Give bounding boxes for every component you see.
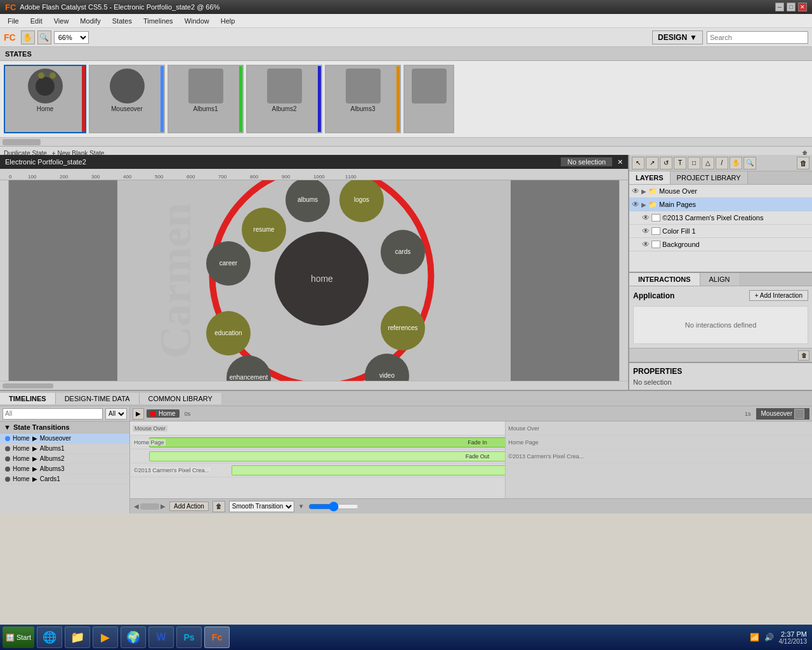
tab-common-library[interactable]: COMMON LIBRARY (140, 393, 221, 404)
eye-icon-mainpages[interactable]: 👁 (632, 200, 639, 209)
tl-arrow-home-cards1: ▶ (32, 475, 37, 482)
zoom-tool[interactable]: 🔍 (37, 30, 51, 44)
states-scrollbar[interactable] (0, 137, 812, 146)
canvas-scroll-horizontal[interactable] (0, 381, 628, 390)
layer-mainpages[interactable]: 👁 ▶ 📁 Main Pages (629, 198, 812, 211)
tl-row-home-albums1[interactable]: Home ▶ Albums1 (0, 444, 129, 454)
layer-colorfill[interactable]: 👁 Color Fill 1 (629, 225, 812, 238)
state-albums2[interactable]: Albums2 (246, 65, 322, 133)
tl-zoom-slider[interactable] (308, 501, 359, 512)
tl-action-trash[interactable]: 🗑 (213, 501, 225, 512)
menu-circle-cards[interactable]: cards (381, 230, 425, 274)
tab-timelines[interactable]: TIMELINES (0, 393, 56, 404)
menu-help[interactable]: Help (216, 16, 240, 26)
tl-time-0s: 0s (185, 411, 191, 417)
tl-row-home-albums3[interactable]: Home ▶ Albums3 (0, 464, 129, 474)
tl-row-home-cards1[interactable]: Home ▶ Cards1 (0, 474, 129, 484)
minimize-button[interactable]: ─ (775, 3, 784, 11)
search-input[interactable] (707, 31, 808, 44)
text-tool[interactable]: T (674, 157, 686, 169)
menu-modify[interactable]: Modify (75, 16, 105, 26)
tab-design-time-data[interactable]: DESIGN-TIME DATA (56, 393, 140, 404)
align-tab[interactable]: ALIGN (700, 273, 739, 286)
rect-tool[interactable]: □ (688, 157, 700, 169)
tl-row-home-mouseover[interactable]: Home ▶ Mouseover (0, 434, 129, 444)
state-home[interactable]: Home (4, 65, 86, 133)
menu-window[interactable]: Window (180, 16, 214, 26)
tl-transition-arrow: ▼ (298, 503, 304, 510)
maximize-button[interactable]: □ (787, 3, 796, 11)
menu-circle-career[interactable]: career (206, 241, 251, 286)
menu-file[interactable]: File (3, 16, 24, 26)
taskbar-explorer[interactable]: 📁 (65, 627, 90, 648)
tl-play-button[interactable]: ▶ (133, 408, 144, 420)
state-albums2-thumbnail (267, 69, 302, 103)
taskbar-ie[interactable]: 🌐 (37, 627, 62, 648)
hand-tool-right[interactable]: ✋ (730, 157, 742, 169)
canvas-close-icon[interactable]: ✕ (617, 158, 623, 166)
rotate-tool[interactable]: ↺ (660, 157, 672, 169)
tl-search-input[interactable] (3, 408, 103, 420)
select-tool[interactable]: ↖ (632, 157, 645, 169)
zoom-tool-right[interactable]: 🔍 (743, 157, 756, 169)
taskbar-word-icon: W (156, 632, 166, 643)
shape-tool[interactable]: △ (702, 157, 714, 169)
menu-circle-education[interactable]: education (206, 311, 251, 355)
state-albums1[interactable]: Albums1 (167, 65, 244, 133)
layer-background[interactable]: 👁 Background (629, 238, 812, 251)
tl-scroll-left[interactable]: ◀ (134, 503, 139, 510)
eye-icon-colorfill[interactable]: 👁 (642, 227, 650, 235)
menu-view[interactable]: View (49, 16, 74, 26)
arrow-mainpages[interactable]: ▶ (641, 201, 646, 208)
interactions-toolbar: 🗑 (629, 348, 812, 362)
taskbar-catalyst[interactable]: Fc (204, 627, 230, 648)
states-scroll-thumb[interactable] (3, 139, 41, 145)
add-interaction-button[interactable]: + Add Interaction (749, 290, 808, 301)
zoom-select[interactable]: 66% 50% 100% (54, 31, 89, 44)
layer-mouseover[interactable]: 👁 ▶ 📁 Mouse Over (629, 185, 812, 198)
menu-edit[interactable]: Edit (25, 16, 48, 26)
layer-copyright[interactable]: 👁 ©2013 Carmen's Pixel Creations (629, 211, 812, 225)
hand-tool[interactable]: ✋ (21, 30, 35, 44)
trash-button[interactable]: 🗑 (797, 157, 809, 169)
interactions-trash[interactable]: 🗑 (798, 350, 809, 361)
eye-icon-copyright[interactable]: 👁 (642, 213, 650, 222)
add-action-button[interactable]: Add Action (169, 501, 209, 511)
state-albums3[interactable]: Albums3 (325, 65, 401, 133)
line-tool[interactable]: / (716, 157, 728, 169)
tl-scroll-area[interactable]: ◀ ▶ (134, 503, 166, 510)
tl-to-home-albums2: Albums2 (40, 455, 65, 462)
menu-timelines[interactable]: Timelines (138, 16, 178, 26)
taskbar-chrome[interactable]: 🌍 (121, 627, 146, 648)
menu-circle-references[interactable]: references (381, 306, 425, 350)
menu-states[interactable]: States (107, 16, 137, 26)
pointer-tool[interactable]: ↗ (646, 157, 658, 169)
menu-circle-resume[interactable]: resume (242, 208, 286, 252)
tl-scroll-right[interactable]: ▶ (160, 503, 166, 510)
taskbar-photoshop[interactable]: Ps (176, 627, 202, 648)
project-library-tab[interactable]: PROJECT LIBRARY (671, 171, 748, 184)
taskbar-media[interactable]: ▶ (93, 627, 118, 648)
design-button[interactable]: DESIGN ▼ (652, 30, 703, 44)
layers-tab[interactable]: LAYERS (629, 171, 671, 184)
arrow-mouseover[interactable]: ▶ (641, 188, 646, 195)
start-button[interactable]: 🪟 Start (3, 627, 34, 648)
eye-icon-background[interactable]: 👁 (642, 240, 650, 249)
canvas-scroll-vertical[interactable] (619, 180, 628, 381)
canvas-scroll-thumb[interactable] (3, 383, 53, 388)
taskbar-word[interactable]: W (148, 627, 174, 648)
state-albums1-label: Albums1 (193, 105, 218, 112)
home-circle[interactable]: home (275, 232, 369, 326)
tl-dot-home-albums2 (5, 456, 10, 461)
interactions-tab[interactable]: INTERACTIONS (629, 273, 700, 286)
state-mouseover[interactable]: Mouseover (89, 65, 165, 133)
portfolio-canvas: Carmen home albums logos (117, 180, 511, 381)
tl-scroll-thumb[interactable] (140, 503, 159, 510)
tl-filter-select[interactable]: All (105, 408, 127, 420)
tl-row-home-albums2[interactable]: Home ▶ Albums2 (0, 454, 129, 464)
close-button[interactable]: ✕ (798, 3, 807, 11)
tl-transition-select[interactable]: Smooth Transition Snap (229, 501, 294, 512)
state-extra[interactable] (403, 65, 454, 133)
eye-icon-mouseover[interactable]: 👁 (632, 187, 639, 196)
canvas-main[interactable]: Carmen home albums logos (9, 180, 619, 381)
